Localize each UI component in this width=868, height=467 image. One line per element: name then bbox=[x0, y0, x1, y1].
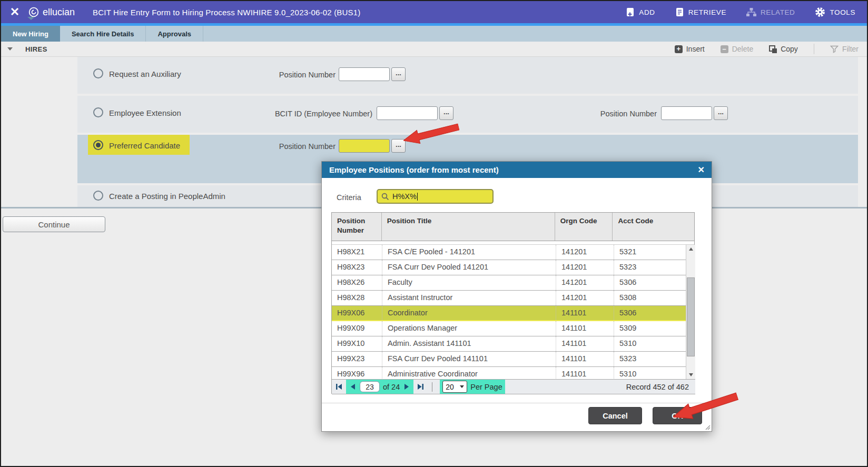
lookup-dots-button[interactable]: ... bbox=[714, 106, 728, 120]
lookup-dots-button[interactable]: ... bbox=[391, 139, 406, 153]
resize-handle[interactable] bbox=[704, 424, 711, 430]
filter-button[interactable]: Filter bbox=[830, 45, 859, 53]
section-title: HIRES bbox=[25, 45, 47, 53]
next-page-icon[interactable] bbox=[403, 383, 411, 391]
search-icon bbox=[381, 193, 389, 201]
option-row-employee-extension: Employee Extension BCIT ID (Employee Num… bbox=[77, 96, 858, 133]
option-row-request-auxiliary: Request an Auxiliary Position Number ... bbox=[77, 57, 858, 94]
position-number-input[interactable] bbox=[339, 139, 390, 153]
scroll-up-icon[interactable] bbox=[686, 245, 695, 253]
table-row[interactable]: H99X96Administrative Coordinator14110153… bbox=[332, 367, 686, 379]
add-button[interactable]: ADD bbox=[626, 7, 655, 17]
radio-employee-extension[interactable] bbox=[93, 107, 103, 117]
highlight: 23 of 24 bbox=[346, 380, 413, 394]
position-number-combo: ... bbox=[339, 67, 406, 81]
app-window: ✕ ellucian BCIT Hire Entry Form to Hirin… bbox=[0, 0, 868, 467]
table-row[interactable]: H98X23FSA Curr Dev Pooled 14120114120153… bbox=[332, 260, 686, 275]
position-number-input[interactable] bbox=[339, 67, 390, 81]
position-number-input[interactable] bbox=[661, 106, 712, 120]
continue-button[interactable]: Continue bbox=[3, 216, 105, 232]
dialog-header: Employee Positions (order from most rece… bbox=[322, 162, 712, 178]
table-row[interactable]: H99X23FSA Curr Dev Pooled 14110114110153… bbox=[332, 352, 686, 367]
lookup-dots-button[interactable]: ... bbox=[391, 67, 406, 81]
lookup-dots-button[interactable]: ... bbox=[439, 106, 453, 120]
toolbar-divider bbox=[814, 44, 814, 54]
option-label: Request an Auxiliary bbox=[109, 69, 181, 78]
table-row[interactable]: H98X28Assistant Instructor1412015308 bbox=[332, 291, 686, 306]
criteria-value: H%X% bbox=[392, 192, 417, 201]
per-page-select[interactable]: 20 bbox=[442, 381, 467, 393]
scroll-down-icon[interactable] bbox=[686, 371, 695, 379]
pagination-bar: 23 of 24 20 Per Page Record 452 of 462 bbox=[332, 379, 695, 394]
header-gap bbox=[332, 241, 694, 245]
tab-new-hiring[interactable]: New Hiring bbox=[1, 26, 60, 42]
scrollbar-thumb[interactable] bbox=[687, 277, 695, 356]
first-page-icon[interactable] bbox=[335, 383, 343, 391]
column-header: Acct Code bbox=[613, 213, 694, 241]
radio-preferred-candidate[interactable] bbox=[93, 140, 103, 150]
prev-page-icon[interactable] bbox=[349, 383, 357, 391]
table-row[interactable]: H99X09Operations Manager1411015309 bbox=[332, 321, 686, 336]
copy-icon bbox=[769, 45, 777, 53]
dialog-close-icon[interactable]: ✕ bbox=[698, 165, 705, 175]
record-count: Record 452 of 462 bbox=[626, 383, 689, 391]
tab-search-hire-details[interactable]: Search Hire Details bbox=[60, 26, 146, 42]
section-toolbar: Insert Delete Copy Filter bbox=[675, 44, 867, 54]
page-number-input[interactable]: 23 bbox=[360, 381, 380, 392]
retrieve-button[interactable]: RETRIEVE bbox=[675, 7, 726, 17]
ok-button[interactable]: OK bbox=[653, 407, 702, 424]
tab-bar: New Hiring Search Hire Details Approvals bbox=[1, 26, 867, 42]
brand-name: ellucian bbox=[43, 7, 75, 18]
ellucian-icon bbox=[28, 7, 39, 17]
add-icon bbox=[626, 7, 635, 17]
hires-section-bar: HIRES Insert Delete Copy Filter bbox=[1, 42, 867, 57]
criteria-input[interactable]: H%X% bbox=[377, 189, 494, 204]
table-row[interactable]: H98X26Faculty1412015306 bbox=[332, 275, 686, 291]
table-row[interactable]: H99X10Admin. Assistant 1411011411015310 bbox=[332, 336, 686, 352]
delete-button[interactable]: Delete bbox=[721, 45, 753, 53]
close-icon[interactable]: ✕ bbox=[1, 5, 28, 19]
bcit-id-input[interactable] bbox=[377, 106, 438, 120]
tools-button[interactable]: TOOLS bbox=[815, 7, 855, 17]
copy-button[interactable]: Copy bbox=[769, 45, 798, 53]
page-title: BCIT Hire Entry Form to Hiring Process N… bbox=[93, 8, 360, 17]
column-header: Orgn Code bbox=[555, 213, 613, 241]
highlight: 20 Per Page bbox=[440, 380, 505, 394]
option-label: Employee Extension bbox=[109, 108, 181, 117]
employee-positions-dialog: Employee Positions (order from most rece… bbox=[321, 161, 712, 432]
column-header: Position Title bbox=[382, 213, 555, 241]
field-label: Position Number bbox=[573, 110, 657, 118]
radio-request-auxiliary[interactable] bbox=[93, 68, 103, 78]
bcit-id-combo: ... bbox=[377, 106, 453, 120]
related-icon bbox=[746, 8, 756, 17]
cancel-button[interactable]: Cancel bbox=[588, 407, 642, 424]
topbar-actions: ADD RETRIEVE RELATED TOOLS bbox=[626, 7, 867, 17]
last-page-icon[interactable] bbox=[417, 383, 425, 391]
criteria-label: Criteria bbox=[337, 193, 361, 202]
field-label: Position Number bbox=[251, 71, 336, 79]
position-number-combo: ... bbox=[339, 139, 406, 153]
page-of-label: of 24 bbox=[383, 383, 400, 391]
filter-icon bbox=[830, 45, 839, 53]
field-label: Position Number bbox=[251, 142, 336, 151]
tab-approvals[interactable]: Approvals bbox=[146, 26, 203, 42]
insert-button[interactable]: Insert bbox=[675, 45, 705, 53]
table-body: H98X21FSA C/E Pooled - 1412011412015321 … bbox=[332, 245, 686, 379]
ellucian-logo: ellucian bbox=[28, 7, 75, 18]
dialog-title: Employee Positions (order from most rece… bbox=[329, 165, 499, 174]
insert-icon bbox=[675, 45, 683, 53]
gear-icon bbox=[815, 7, 825, 17]
topbar: ✕ ellucian BCIT Hire Entry Form to Hirin… bbox=[1, 1, 867, 23]
table-row[interactable]: H98X21FSA C/E Pooled - 1412011412015321 bbox=[332, 245, 686, 260]
radio-create-posting[interactable] bbox=[93, 191, 103, 201]
table-scrollbar[interactable] bbox=[686, 245, 695, 379]
column-header: Position Number bbox=[332, 213, 382, 241]
footer-divider bbox=[322, 403, 712, 403]
collapse-caret-icon[interactable] bbox=[7, 47, 13, 51]
chevron-down-icon bbox=[460, 385, 464, 388]
pagination-divider bbox=[432, 382, 432, 392]
retrieve-icon bbox=[675, 7, 684, 17]
option-label: Create a Posting in PeopleAdmin bbox=[109, 192, 225, 201]
related-button[interactable]: RELATED bbox=[746, 8, 795, 17]
table-row-selected[interactable]: H99X06Coordinator1411015306 bbox=[332, 306, 686, 321]
